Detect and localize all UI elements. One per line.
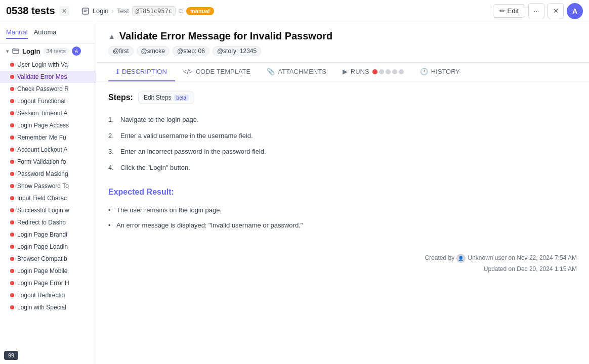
test-title: Validate Error Message for Invalid Passw… <box>119 30 332 42</box>
sidebar-item-password-masking[interactable]: Password Masking <box>0 168 96 180</box>
sidebar-item-show-password[interactable]: Show Password To <box>0 180 96 192</box>
sidebar-item-login-error[interactable]: Login Page Error H <box>0 277 96 289</box>
sidebar-item-label: Browser Compatib <box>17 255 67 262</box>
tab-description[interactable]: ℹ DESCRIPTION <box>108 63 175 81</box>
tag-smoke[interactable]: @smoke <box>137 46 170 56</box>
sidebar-item-label: Login Page Error H <box>17 280 69 287</box>
play-icon: ▶ <box>343 68 348 75</box>
run-dot-gray-2 <box>386 69 391 74</box>
sidebar-item-label: Check Password R <box>17 85 69 93</box>
test-count: 0538 tests <box>6 5 55 17</box>
svg-rect-0 <box>82 8 89 14</box>
sidebar-item-label: Successful Login w <box>17 207 69 214</box>
bottom-badge: 99 <box>4 351 18 360</box>
sidebar-folder-login[interactable]: ▾ Login 34 tests A <box>0 43 96 59</box>
sidebar-folder-avatar: A <box>72 47 81 56</box>
breadcrumb-test-label: Test <box>117 7 129 15</box>
close-icon: ✕ <box>553 7 559 15</box>
run-dot-gray-1 <box>379 69 384 74</box>
edit-pencil-icon: ✏ <box>499 7 505 15</box>
sidebar-item-redirect-dashboard[interactable]: Redirect to Dashb <box>0 216 96 229</box>
status-dot <box>10 111 14 115</box>
sidebar-item-logout-redirect[interactable]: Logout Redirectio <box>0 289 96 301</box>
sidebar-item-login-mobile[interactable]: Login Page Mobile <box>0 265 96 277</box>
tag-step[interactable]: @step: 06 <box>173 46 209 56</box>
main-content: ▲ Validate Error Message for Invalid Pas… <box>96 22 589 364</box>
status-dot <box>10 293 14 297</box>
close-count-button[interactable]: ✕ <box>59 6 69 16</box>
sidebar-item-label: Validate Error Mes <box>17 73 67 80</box>
sidebar-item-label: Login Page Access <box>17 122 69 129</box>
avatar[interactable]: A <box>567 3 583 19</box>
top-bar: 0538 tests ✕ Login › Test @T851c957c ⧉ m… <box>0 0 589 22</box>
copy-icon[interactable]: ⧉ <box>179 7 183 15</box>
sidebar-tab-manual[interactable]: Manual <box>6 26 28 39</box>
run-dot-gray-3 <box>392 69 397 74</box>
created-user-inline: 👤 Unknown user <box>456 253 507 264</box>
sidebar-item-label: Login with Special <box>17 304 66 311</box>
tab-runs[interactable]: ▶ RUNS <box>334 63 412 81</box>
status-dot <box>10 99 14 103</box>
created-date: on Nov 22, 2024 7:54 AM <box>509 254 577 261</box>
folder-icon <box>12 48 19 55</box>
sidebar-item-logout-functional[interactable]: Logout Functional <box>0 95 96 107</box>
test-icon <box>81 7 90 15</box>
sidebar-item-label: Input Field Charac <box>17 195 67 202</box>
edit-button[interactable]: ✏ Edit <box>493 4 525 18</box>
status-dot <box>10 135 14 140</box>
tab-history[interactable]: 🕐 HISTORY <box>412 63 468 81</box>
sidebar-item-label: Logout Functional <box>17 98 65 105</box>
step-1: Navigate to the login page. <box>108 112 577 128</box>
sidebar-folder-count: 34 tests <box>43 48 69 55</box>
status-dot <box>10 87 14 91</box>
sidebar-item-login-branding[interactable]: Login Page Brandi <box>0 229 96 241</box>
sidebar-item-input-field[interactable]: Input Field Charac <box>0 192 96 204</box>
close-panel-button[interactable]: ✕ <box>548 3 564 19</box>
sidebar-item-user-login[interactable]: User Login with Va <box>0 59 96 71</box>
more-options-button[interactable]: ··· <box>528 3 544 19</box>
sidebar-item-account-lockout[interactable]: Account Lockout A <box>0 144 96 156</box>
code-icon: </> <box>183 68 193 75</box>
content-tabs: ℹ DESCRIPTION </> CODE TEMPLATE 📎 ATTACH… <box>96 63 589 81</box>
manual-badge: manual <box>186 7 214 15</box>
step-3: Enter an incorrect password in the passw… <box>108 144 577 160</box>
expected-item-1: The user remains on the login page. <box>108 203 577 218</box>
expected-result-title: Expected Result: <box>108 188 577 197</box>
breadcrumb-login[interactable]: Login <box>93 7 109 15</box>
history-icon: 🕐 <box>420 68 428 75</box>
sidebar-item-browser-compat[interactable]: Browser Compatib <box>0 253 96 265</box>
run-dot-red <box>372 69 377 74</box>
tab-attachments[interactable]: 📎 ATTACHMENTS <box>259 63 334 81</box>
edit-steps-button[interactable]: Edit Steps beta <box>138 92 194 104</box>
sidebar-item-successful-login[interactable]: Successful Login w <box>0 204 96 216</box>
sidebar-item-login-special[interactable]: Login with Special <box>0 301 96 313</box>
collapse-icon[interactable]: ▲ <box>108 32 115 40</box>
sidebar-item-check-password[interactable]: Check Password R <box>0 83 96 95</box>
sidebar: Manual Automa ▾ Login 34 tests A User Lo… <box>0 22 96 364</box>
created-info: Created by 👤 Unknown user on Nov 22, 202… <box>108 253 577 264</box>
status-dot <box>10 233 14 237</box>
sidebar-tab-automa[interactable]: Automa <box>34 26 57 39</box>
chevron-down-icon: ▾ <box>6 48 9 55</box>
beta-badge: beta <box>174 95 189 101</box>
sidebar-item-session-timeout[interactable]: Session Timeout A <box>0 107 96 119</box>
sidebar-item-login-page-access[interactable]: Login Page Access <box>0 119 96 131</box>
tab-attachments-label: ATTACHMENTS <box>278 68 326 75</box>
sidebar-item-validate-error[interactable]: Validate Error Mes <box>0 71 96 83</box>
sidebar-item-login-loading[interactable]: Login Page Loadin <box>0 241 96 253</box>
sidebar-item-form-validation[interactable]: Form Validation fo <box>0 156 96 168</box>
status-dot <box>10 123 14 127</box>
status-dot <box>10 269 14 273</box>
steps-header: Steps: Edit Steps beta <box>108 92 577 104</box>
sidebar-item-remember-me[interactable]: Remember Me Fu <box>0 131 96 144</box>
status-dot <box>10 75 14 79</box>
created-label: Created by <box>425 254 454 261</box>
tab-code-template[interactable]: </> CODE TEMPLATE <box>175 63 259 81</box>
tag-first[interactable]: @first <box>108 46 134 56</box>
tag-story[interactable]: @story: 12345 <box>213 46 261 56</box>
main-header: ▲ Validate Error Message for Invalid Pas… <box>96 22 589 63</box>
status-dot <box>10 257 14 261</box>
test-title-row: ▲ Validate Error Message for Invalid Pas… <box>108 30 577 42</box>
ellipsis-icon: ··· <box>533 7 539 15</box>
test-id-badge[interactable]: @T851c957c <box>132 6 176 16</box>
